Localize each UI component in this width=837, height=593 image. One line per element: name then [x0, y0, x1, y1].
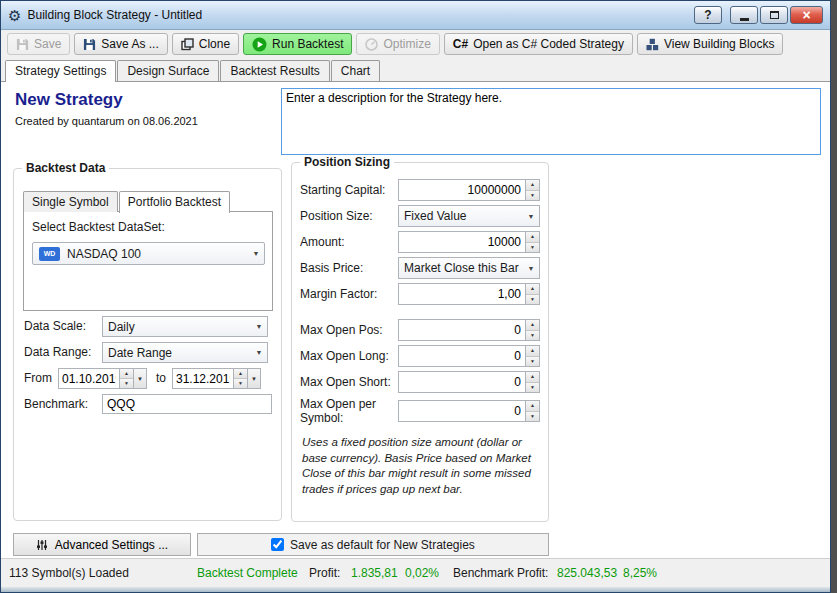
- amount-input[interactable]: [398, 231, 525, 253]
- open-csharp-label: Open as C# Coded Strategy: [473, 37, 624, 51]
- close-button[interactable]: ×: [790, 6, 823, 24]
- profit-percent: 0,02%: [405, 566, 439, 580]
- chevron-down-icon: ▼: [248, 250, 264, 257]
- save-as-button[interactable]: Save As ...: [74, 33, 167, 55]
- spin-up-button[interactable]: ▲: [526, 320, 539, 330]
- window-title: Building Block Strategy - Untitled: [27, 8, 202, 22]
- backtest-data-group-title: Backtest Data: [22, 161, 109, 175]
- max-open-long-input[interactable]: [398, 345, 525, 367]
- tab-chart[interactable]: Chart: [331, 60, 380, 81]
- margin-factor-input[interactable]: [398, 283, 525, 305]
- spin-down-button[interactable]: ▼: [526, 294, 539, 305]
- starting-capital-input[interactable]: [398, 179, 525, 201]
- max-open-short-input[interactable]: [398, 371, 525, 393]
- open-csharp-button[interactable]: C# Open as C# Coded Strategy: [444, 33, 633, 55]
- status-bar: 113 Symbol(s) Loaded Backtest Complete P…: [1, 558, 830, 587]
- margin-factor-spinner: ▲ ▼: [525, 283, 540, 305]
- data-range-label: Data Range:: [24, 345, 91, 359]
- tab-backtest-results[interactable]: Backtest Results: [220, 60, 329, 81]
- starting-capital-control: ▲ ▼: [398, 179, 540, 201]
- chevron-down-icon: ▼: [523, 213, 539, 220]
- dataset-panel: Select Backtest DataSet: WD NASDAQ 100 ▼: [23, 211, 273, 311]
- spin-up-button[interactable]: ▲: [526, 372, 539, 382]
- spin-down-button[interactable]: ▼: [234, 378, 247, 388]
- amount-row: Amount: ▲ ▼: [300, 229, 540, 255]
- max-open-pos-label: Max Open Pos:: [300, 323, 387, 337]
- backtest-mode-tabs: Single Symbol Portfolio Backtest: [23, 191, 231, 212]
- view-building-blocks-button[interactable]: View Building Blocks: [637, 33, 784, 55]
- spin-up-button[interactable]: ▲: [526, 346, 539, 356]
- spin-up-button[interactable]: ▲: [120, 369, 133, 378]
- margin-factor-label: Margin Factor:: [300, 287, 381, 301]
- spin-down-button[interactable]: ▼: [526, 382, 539, 393]
- spin-down-button[interactable]: ▼: [526, 330, 539, 341]
- basis-price-label: Basis Price:: [300, 261, 367, 275]
- from-label: From: [24, 371, 52, 385]
- spin-up-button[interactable]: ▲: [234, 369, 247, 378]
- spin-down-button[interactable]: ▼: [526, 242, 539, 253]
- position-sizing-group-title: Position Sizing: [300, 155, 394, 169]
- save-as-label: Save As ...: [101, 37, 158, 51]
- basis-price-row: Basis Price: Market Close this Bar ▼: [300, 255, 540, 281]
- spin-up-button[interactable]: ▲: [526, 284, 539, 294]
- to-date-picker: ▲ ▼ ▼: [172, 368, 261, 389]
- max-open-long-label: Max Open Long:: [300, 349, 393, 363]
- maximize-icon: [770, 11, 779, 19]
- run-backtest-button[interactable]: Run Backtest: [243, 33, 352, 55]
- tab-strategy-settings[interactable]: Strategy Settings: [5, 60, 116, 82]
- max-open-symbol-input[interactable]: [398, 400, 525, 422]
- symbols-loaded-text: 113 Symbol(s) Loaded: [9, 566, 129, 580]
- spin-up-button[interactable]: ▲: [526, 180, 539, 190]
- maximize-button[interactable]: [760, 6, 788, 24]
- spin-down-button[interactable]: ▼: [526, 411, 539, 422]
- description-textarea[interactable]: Enter a description for the Strategy her…: [281, 88, 821, 155]
- data-range-combobox[interactable]: Date Range ▼: [102, 342, 268, 363]
- save-default-checkbox[interactable]: [271, 538, 284, 551]
- advanced-settings-button[interactable]: Advanced Settings ...: [13, 533, 191, 556]
- spin-up-button[interactable]: ▲: [526, 401, 539, 411]
- to-date-input[interactable]: [172, 368, 233, 389]
- clone-button[interactable]: Clone: [172, 33, 239, 55]
- benchmark-profit-percent: 8,25%: [623, 566, 657, 580]
- benchmark-input[interactable]: [102, 394, 272, 414]
- save-button[interactable]: Save: [7, 33, 70, 55]
- max-open-long-spinner: ▲ ▼: [525, 345, 540, 367]
- minimize-button[interactable]: [730, 6, 758, 24]
- basis-price-combobox[interactable]: Market Close this Bar ▼: [398, 257, 540, 279]
- benchmark-profit-label: Benchmark Profit:: [453, 566, 548, 580]
- minimize-icon: [740, 18, 749, 21]
- optimize-button[interactable]: Optimize: [356, 33, 439, 55]
- save-as-icon: [83, 38, 96, 51]
- from-date-input[interactable]: [58, 368, 119, 389]
- to-date-dropdown-button[interactable]: ▼: [248, 368, 261, 389]
- spin-down-button[interactable]: ▼: [120, 378, 133, 388]
- tab-single-symbol[interactable]: Single Symbol: [23, 191, 118, 212]
- optimize-label: Optimize: [383, 37, 430, 51]
- spin-up-button[interactable]: ▲: [526, 232, 539, 242]
- tab-portfolio-backtest[interactable]: Portfolio Backtest: [119, 191, 230, 213]
- spin-down-button[interactable]: ▼: [526, 356, 539, 367]
- tab-design-surface[interactable]: Design Surface: [117, 60, 219, 81]
- benchmark-profit-value: 825.043,53: [557, 566, 617, 580]
- run-backtest-label: Run Backtest: [272, 37, 343, 51]
- max-open-pos-input[interactable]: [398, 319, 525, 341]
- benchmark-label: Benchmark:: [24, 397, 88, 411]
- dataset-provider-badge: WD: [39, 247, 60, 261]
- profit-label: Profit:: [309, 566, 340, 580]
- data-scale-combobox[interactable]: Daily ▼: [102, 316, 268, 337]
- advanced-settings-label: Advanced Settings ...: [55, 538, 168, 552]
- data-scale-label: Data Scale:: [24, 319, 86, 333]
- from-date-dropdown-button[interactable]: ▼: [134, 368, 147, 389]
- chevron-down-icon: ▼: [251, 323, 267, 330]
- save-icon: [16, 38, 29, 51]
- help-button[interactable]: ?: [694, 6, 722, 24]
- spin-down-button[interactable]: ▼: [526, 190, 539, 201]
- dataset-combobox[interactable]: WD NASDAQ 100 ▼: [32, 242, 265, 265]
- main-tab-strip: Strategy Settings Design Surface Backtes…: [1, 58, 830, 81]
- strategy-settings-page: New Strategy Created by quantarum on 08.…: [1, 81, 830, 558]
- sliders-icon: [36, 539, 48, 551]
- starting-capital-row: Starting Capital: ▲ ▼: [300, 177, 540, 203]
- position-size-combobox[interactable]: Fixed Value ▼: [398, 205, 540, 227]
- amount-label: Amount:: [300, 235, 349, 249]
- backtest-data-group: Backtest Data Single Symbol Portfolio Ba…: [13, 168, 282, 521]
